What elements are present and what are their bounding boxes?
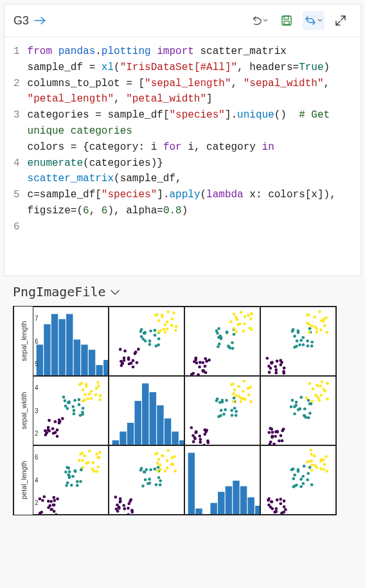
svg-point-427: [140, 467, 143, 470]
svg-point-376: [68, 476, 71, 479]
svg-point-216: [98, 398, 102, 402]
svg-point-190: [56, 435, 59, 438]
svg-point-51: [174, 329, 177, 332]
svg-point-207: [67, 401, 70, 404]
svg-rect-6: [58, 319, 65, 375]
svg-point-491: [302, 482, 305, 485]
svg-point-65: [164, 331, 167, 334]
svg-point-189: [47, 429, 50, 432]
svg-point-280: [242, 380, 245, 383]
svg-point-223: [94, 393, 98, 396]
svg-point-160: [316, 331, 319, 334]
svg-point-253: [193, 436, 197, 440]
svg-point-198: [64, 405, 67, 408]
svg-point-359: [56, 497, 59, 501]
svg-point-49: [162, 328, 165, 331]
svg-point-374: [65, 484, 68, 487]
svg-point-171: [314, 325, 317, 328]
svg-rect-10: [89, 350, 95, 375]
svg-point-99: [233, 333, 236, 336]
svg-point-151: [297, 331, 300, 334]
svg-point-218: [88, 393, 91, 396]
code-content[interactable]: from pandas.plotting import scatter_matr…: [28, 44, 361, 267]
svg-point-284: [232, 392, 235, 395]
svg-point-295: [271, 431, 274, 434]
svg-point-347: [55, 513, 58, 514]
svg-point-343: [314, 394, 317, 397]
svg-point-82: [202, 370, 205, 373]
formula-editor-panel: G3 1 2 3 4 5 6 from pandas.plotting imp: [4, 4, 361, 276]
svg-point-426: [155, 483, 158, 486]
svg-point-277: [242, 390, 245, 393]
svg-point-290: [244, 398, 247, 401]
svg-point-22: [123, 350, 127, 353]
svg-point-283: [232, 400, 235, 404]
svg-point-167: [323, 324, 326, 327]
code-editor[interactable]: 1 2 3 4 5 6 from pandas.plotting import …: [4, 37, 361, 276]
svg-point-219: [96, 381, 100, 384]
svg-rect-234: [150, 392, 156, 445]
svg-point-417: [130, 511, 134, 514]
svg-point-273: [219, 414, 222, 418]
svg-rect-237: [172, 432, 178, 445]
chevron-down-icon: [110, 284, 120, 299]
svg-point-202: [66, 407, 69, 410]
svg-rect-235: [157, 405, 163, 445]
svg-point-435: [157, 466, 160, 469]
svg-point-118: [235, 330, 238, 334]
svg-point-321: [308, 412, 312, 415]
undo-button[interactable]: [249, 11, 271, 30]
svg-point-396: [82, 466, 85, 469]
svg-rect-1: [284, 16, 289, 19]
svg-point-364: [47, 500, 50, 503]
svg-point-380: [64, 470, 67, 474]
svg-point-156: [301, 336, 305, 339]
svg-point-25: [132, 366, 135, 369]
svg-point-87: [231, 341, 234, 344]
refresh-button[interactable]: [303, 11, 325, 30]
svg-point-422: [157, 476, 161, 479]
svg-point-206: [82, 407, 85, 410]
svg-point-109: [240, 311, 243, 314]
svg-point-451: [161, 454, 165, 458]
svg-point-317: [303, 414, 306, 417]
svg-point-485: [299, 477, 303, 481]
svg-point-21: [132, 359, 135, 362]
svg-rect-463: [247, 497, 254, 514]
save-button[interactable]: [276, 11, 298, 30]
svg-point-406: [127, 513, 130, 515]
svg-point-292: [238, 395, 241, 398]
svg-point-503: [325, 470, 328, 473]
svg-point-489: [295, 484, 298, 487]
svg-point-391: [96, 466, 100, 469]
svg-point-149: [308, 327, 312, 330]
plot-cell: 642: [33, 445, 109, 515]
goto-arrow-icon[interactable]: [34, 15, 47, 26]
svg-point-441: [157, 458, 161, 461]
svg-point-330: [308, 382, 312, 386]
svg-point-298: [278, 440, 281, 443]
svg-point-45: [155, 344, 158, 348]
output-type-label[interactable]: PngImageFile: [13, 284, 356, 299]
output-area: PngImageFile sepal_length 765 sepal_widt…: [0, 280, 365, 522]
svg-point-179: [61, 417, 64, 420]
svg-rect-464: [255, 506, 260, 514]
svg-point-474: [270, 501, 273, 504]
svg-point-361: [42, 495, 46, 499]
expand-button[interactable]: [330, 11, 352, 30]
svg-point-141: [292, 328, 295, 332]
svg-point-222: [83, 398, 86, 402]
svg-point-490: [306, 479, 309, 482]
svg-point-293: [280, 434, 283, 438]
svg-point-252: [206, 441, 209, 445]
svg-rect-462: [240, 486, 247, 514]
svg-point-320: [295, 401, 298, 404]
svg-point-192: [58, 422, 61, 425]
svg-point-516: [308, 460, 312, 463]
svg-point-205: [78, 398, 81, 402]
svg-point-80: [194, 359, 197, 362]
svg-point-501: [325, 455, 328, 458]
svg-point-30: [127, 357, 130, 360]
svg-point-174: [320, 319, 323, 323]
svg-point-478: [267, 497, 271, 501]
